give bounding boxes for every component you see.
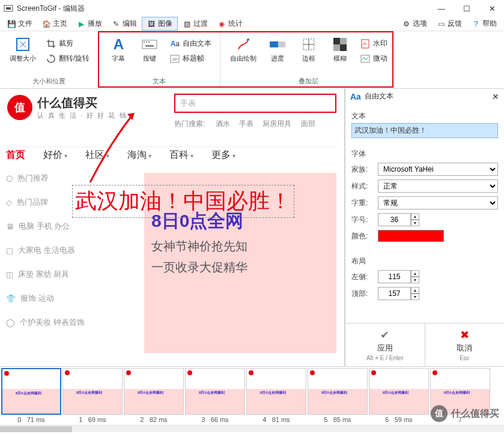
keyboard-icon <box>141 36 158 53</box>
resize-icon <box>14 36 31 53</box>
spin-down[interactable]: ▼ <box>411 294 419 300</box>
watermark-button[interactable]: 水印 <box>357 37 390 50</box>
section-layout: 布局 <box>351 256 498 267</box>
cinema-icon <box>360 54 371 64</box>
ribbon-group-text: A字幕 按键 Aa自由文本 ab标题帧 文本 <box>98 31 220 88</box>
site-name: 什么值得买 <box>37 95 127 111</box>
text-icon: Aa <box>169 39 180 49</box>
titlebar: ScreenToGif - 编辑器 — ☐ ✕ <box>0 0 504 17</box>
caption-button[interactable]: A字幕 <box>105 34 132 65</box>
minimize-button[interactable]: — <box>433 2 450 14</box>
properties-panel: Aa 自由文本 ✕ 文本 武汉加油！中国必胜！ 字体 家族:Microsoft … <box>345 89 504 366</box>
cancel-button[interactable]: ✖取消Esc <box>425 324 505 366</box>
font-family-select[interactable]: Microsoft YaHei <box>378 163 498 176</box>
frame-thumb[interactable] <box>1 368 61 415</box>
progress-icon <box>269 36 286 53</box>
top-input[interactable] <box>378 287 411 300</box>
progress-button[interactable]: 进度 <box>264 34 291 65</box>
window-title: ScreenToGif - 编辑器 <box>17 4 433 14</box>
rotate-icon <box>46 54 56 64</box>
menu-edit[interactable]: ✎编辑 <box>107 17 142 30</box>
canvas[interactable]: 值 什么值得买 认 真 生 活 · 好 好 花 钱 手表 热门搜索: 酒水 手表… <box>0 89 345 366</box>
border-icon <box>300 36 317 53</box>
freetext-button[interactable]: Aa自由文本 <box>167 37 214 50</box>
spin-down[interactable]: ▼ <box>411 220 419 226</box>
timeline-scrollbar[interactable] <box>0 425 504 432</box>
spin-up[interactable]: ▲ <box>411 287 419 294</box>
crop-icon <box>46 39 56 49</box>
text-value-input[interactable]: 武汉加油！中国必胜！ <box>351 123 498 138</box>
keys-button[interactable]: 按键 <box>136 34 163 65</box>
beauty-icon: ◯ <box>6 318 15 327</box>
timeline: 0 71 ms 1 69 ms 2 82 ms 3 66 ms 4 81 ms … <box>0 366 504 432</box>
frame-thumb[interactable] <box>185 368 245 415</box>
menu-help[interactable]: ?帮助 <box>467 17 502 30</box>
menu-play[interactable]: ▶播放 <box>72 17 107 30</box>
search-input: 手表 <box>174 94 336 113</box>
titleframe-button[interactable]: ab标题帧 <box>167 52 214 65</box>
freedraw-button[interactable]: 自由绘制 <box>226 34 260 65</box>
maximize-button[interactable]: ☐ <box>458 2 475 14</box>
svg-rect-4 <box>144 41 145 43</box>
frame-thumb[interactable] <box>308 368 368 415</box>
blur-button[interactable]: 模糊 <box>326 34 354 65</box>
feedback-icon: ▭ <box>437 20 445 28</box>
check-icon: ✔ <box>380 328 389 342</box>
menubar: 💾文件 🏠主页 ▶播放 ✎编辑 🖼图像 ▧过渡 ◉统计 ⚙选项 ▭反馈 ?帮助 <box>0 17 504 31</box>
spin-up[interactable]: ▲ <box>411 213 419 220</box>
svg-rect-18 <box>340 38 347 44</box>
frame-thumb[interactable] <box>246 368 306 415</box>
cross-icon: ✖ <box>460 328 469 342</box>
help-icon: ? <box>472 20 480 28</box>
apply-button[interactable]: ✔应用Alt + E / Enter <box>345 324 425 366</box>
stats-icon: ◉ <box>217 20 226 28</box>
menu-file[interactable]: 💾文件 <box>2 17 37 30</box>
freetext-overlay[interactable]: 武汉加油！中国必胜！ <box>72 185 294 218</box>
brush-icon <box>235 36 252 53</box>
spin-up[interactable]: ▲ <box>411 270 419 277</box>
svg-text:ab: ab <box>172 56 178 62</box>
transition-icon: ▧ <box>183 20 191 28</box>
menu-transition[interactable]: ▧过渡 <box>178 17 213 30</box>
panel-close-button[interactable]: ✕ <box>492 92 499 101</box>
menu-image[interactable]: 🖼图像 <box>142 17 178 31</box>
svg-rect-6 <box>148 41 150 43</box>
close-button[interactable]: ✕ <box>484 2 500 14</box>
resize-button[interactable]: 调整大小 <box>6 34 40 65</box>
site-logo: 值 <box>7 95 32 120</box>
svg-rect-16 <box>333 38 340 44</box>
border-button[interactable]: 边框 <box>295 34 323 65</box>
frame-thumb[interactable] <box>124 368 184 415</box>
section-font: 字体 <box>351 149 498 159</box>
save-icon: 💾 <box>7 20 16 28</box>
bed-icon: ◫ <box>6 270 13 279</box>
font-weight-select[interactable]: 常规 <box>378 196 498 209</box>
svg-rect-7 <box>145 45 154 47</box>
frame-thumb[interactable] <box>369 368 429 415</box>
fliprotate-button[interactable]: 翻转/旋转 <box>43 52 92 65</box>
image-icon: 🖼 <box>147 20 156 28</box>
svg-rect-5 <box>146 41 147 43</box>
menu-feedback[interactable]: ▭反馈 <box>432 17 467 30</box>
cinema-button[interactable]: 微动 <box>357 52 390 65</box>
frame-strip[interactable] <box>1 368 503 415</box>
menu-home[interactable]: 🏠主页 <box>37 17 72 30</box>
blur-icon <box>332 36 348 53</box>
crop-button[interactable]: 裁剪 <box>43 37 92 50</box>
left-input[interactable] <box>378 270 411 283</box>
page-preview: 值 什么值得买 认 真 生 活 · 好 好 花 钱 手表 热门搜索: 酒水 手表… <box>0 89 336 362</box>
play-icon: ▶ <box>77 20 85 28</box>
ribbon-group-overlay: 自由绘制 进度 边框 模糊 水印 微动 叠加层 <box>220 31 396 88</box>
home-icon: 🏠 <box>42 20 50 28</box>
shirt-icon: 👕 <box>6 294 16 303</box>
font-size-input[interactable] <box>378 213 411 226</box>
font-style-select[interactable]: 正常 <box>378 179 498 193</box>
spin-down[interactable]: ▼ <box>411 277 419 283</box>
menu-options[interactable]: ⚙选项 <box>397 17 432 30</box>
menu-stats[interactable]: ◉统计 <box>213 17 247 30</box>
app-icon <box>4 4 13 13</box>
color-picker[interactable] <box>378 230 444 242</box>
watermark-icon <box>360 39 371 49</box>
appliance-icon: ▢ <box>6 246 13 255</box>
frame-thumb[interactable] <box>62 368 123 415</box>
